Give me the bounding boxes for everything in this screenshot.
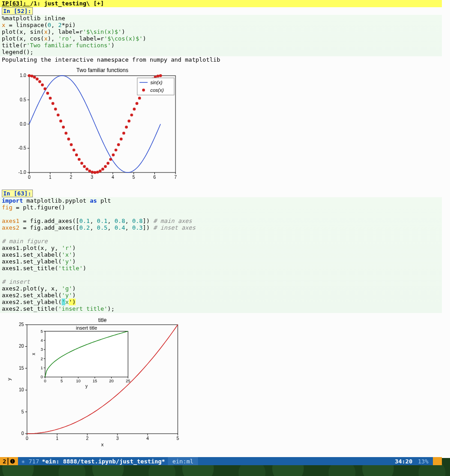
svg-point-32 — [38, 80, 41, 83]
svg-point-28 — [28, 74, 31, 77]
minibuffer[interactable] — [0, 465, 450, 476]
svg-point-42 — [64, 131, 67, 134]
svg-text:0.5: 0.5 — [20, 97, 26, 102]
svg-text:4: 4 — [146, 436, 149, 441]
modeline: 2⎮❶ ✳ 717 *ein: 8888/test.ipynb/just_tes… — [0, 457, 442, 465]
svg-text:0.0: 0.0 — [20, 122, 26, 127]
svg-text:5: 5 — [21, 409, 24, 414]
svg-text:20: 20 — [109, 379, 114, 383]
chart-title-with-inset: title012345x0510152025yinsert title05101… — [4, 317, 184, 447]
svg-text:1.0: 1.0 — [20, 73, 26, 78]
svg-point-53 — [94, 171, 96, 174]
svg-text:1: 1 — [49, 175, 52, 180]
svg-point-48 — [80, 162, 83, 164]
svg-point-34 — [44, 87, 46, 90]
svg-rect-112 — [45, 331, 128, 377]
svg-point-43 — [67, 138, 70, 141]
svg-point-60 — [112, 154, 114, 156]
svg-point-59 — [109, 158, 112, 161]
chart-two-familiar-functions: Two familiar functions01234567-1.0-0.50.… — [9, 67, 180, 184]
svg-text:0: 0 — [21, 431, 24, 436]
svg-text:y: y — [6, 378, 12, 381]
workspace-indicator: 2⎮❶ — [0, 457, 18, 465]
svg-point-29 — [31, 75, 33, 77]
svg-point-35 — [46, 92, 49, 95]
svg-point-62 — [117, 143, 120, 146]
svg-text:5: 5 — [176, 436, 179, 441]
cursor-region: ' — [62, 299, 65, 305]
svg-point-46 — [75, 154, 78, 156]
svg-text:2: 2 — [40, 357, 43, 361]
svg-point-41 — [62, 126, 65, 128]
svg-point-65 — [125, 126, 128, 128]
svg-point-37 — [51, 102, 54, 105]
cell-code-63[interactable]: import matplotlib.pyplot as plt fig = pl… — [0, 197, 442, 313]
svg-point-36 — [49, 97, 51, 100]
svg-point-40 — [59, 120, 62, 122]
svg-point-49 — [83, 165, 86, 168]
text-cursor: ' — [69, 299, 72, 305]
svg-text:-0.5: -0.5 — [18, 145, 27, 150]
svg-text:2: 2 — [86, 436, 89, 441]
window-titlebar: IP[63]: /1: just_testing\ [+] — [0, 0, 442, 7]
svg-text:15: 15 — [19, 366, 24, 371]
svg-text:0: 0 — [28, 175, 31, 180]
svg-text:25: 25 — [126, 379, 130, 383]
svg-point-67 — [130, 113, 133, 116]
svg-text:1: 1 — [40, 366, 43, 370]
right-gutter — [442, 0, 450, 458]
svg-point-77 — [157, 75, 159, 77]
cell-code-52[interactable]: %matplotlib inline x = linspace(0, 2*pi)… — [0, 15, 442, 56]
svg-point-61 — [114, 149, 117, 151]
svg-text:5: 5 — [132, 175, 135, 180]
plot-output-52: Two familiar functions01234567-1.0-0.50.… — [0, 63, 442, 187]
svg-text:3: 3 — [91, 175, 94, 180]
svg-text:7: 7 — [174, 175, 177, 180]
svg-point-66 — [128, 120, 130, 122]
svg-text:4: 4 — [112, 175, 114, 180]
svg-point-50 — [86, 168, 88, 170]
modified-icon: ✳ — [18, 458, 29, 465]
svg-text:4: 4 — [40, 338, 43, 343]
var-x: x — [2, 22, 5, 28]
svg-point-30 — [33, 76, 36, 78]
svg-text:15: 15 — [93, 379, 97, 383]
svg-text:6: 6 — [153, 175, 156, 180]
svg-text:20: 20 — [19, 344, 24, 349]
svg-text:cos(x): cos(x) — [150, 87, 164, 93]
svg-point-39 — [57, 113, 59, 116]
notebook-content[interactable]: In [52]: %matplotlib inline x = linspace… — [0, 7, 442, 458]
svg-text:0: 0 — [26, 436, 28, 441]
svg-text:0: 0 — [44, 379, 46, 383]
svg-text:5: 5 — [40, 329, 43, 334]
cell-prompt-52: In [52]: — [2, 7, 33, 15]
magic-line: %matplotlib inline — [2, 15, 65, 22]
svg-point-70 — [138, 97, 141, 100]
svg-point-58 — [107, 162, 109, 164]
modeline-end-icon — [433, 457, 442, 465]
svg-point-68 — [133, 108, 135, 110]
svg-text:insert title: insert title — [76, 325, 97, 331]
svg-point-69 — [135, 102, 138, 105]
svg-text:x: x — [101, 442, 104, 447]
svg-text:3: 3 — [40, 347, 43, 352]
svg-point-38 — [54, 108, 57, 110]
major-mode: ein:ml — [168, 457, 198, 465]
svg-text:sin(x): sin(x) — [150, 80, 162, 85]
svg-point-63 — [120, 138, 122, 141]
svg-point-54 — [96, 171, 99, 173]
svg-text:10: 10 — [19, 387, 24, 392]
svg-text:x: x — [31, 353, 36, 355]
svg-point-52 — [91, 171, 94, 173]
line-count: 717 — [28, 458, 39, 465]
svg-point-45 — [72, 149, 75, 151]
svg-text:y: y — [86, 384, 88, 389]
cursor-position: 34:20 — [389, 458, 418, 465]
svg-point-47 — [78, 158, 81, 161]
svg-text:2: 2 — [70, 175, 72, 180]
svg-text:0: 0 — [40, 375, 43, 379]
svg-text:10: 10 — [76, 379, 81, 383]
scroll-percent: 13% — [418, 458, 431, 465]
svg-text:Two familiar functions: Two familiar functions — [76, 67, 128, 73]
svg-text:25: 25 — [19, 322, 24, 327]
